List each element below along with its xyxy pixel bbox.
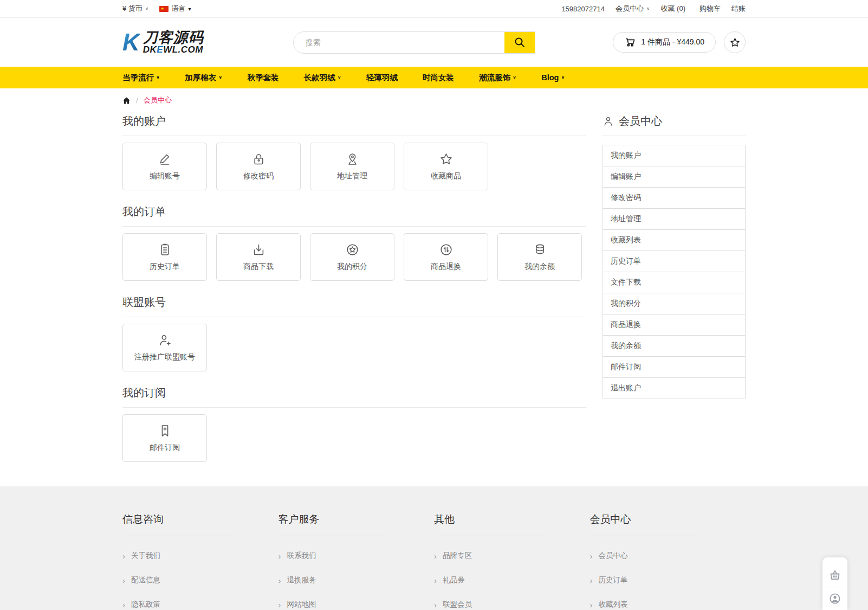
logo-mark-icon: K bbox=[122, 30, 140, 54]
member-center-link[interactable]: 会员中心 ∨ bbox=[616, 4, 650, 14]
card-my-balance[interactable]: 我的余额 bbox=[497, 233, 582, 281]
search-button[interactable] bbox=[504, 32, 535, 53]
card-product-downloads[interactable]: 商品下载 bbox=[216, 233, 301, 281]
search-input[interactable] bbox=[294, 32, 504, 53]
chevron-down-icon: ∨ bbox=[218, 75, 222, 80]
footer-col-title: 会员中心 bbox=[590, 512, 746, 526]
card-register-affiliate[interactable]: 注册推广联盟账号 bbox=[122, 324, 207, 371]
footer-link-delivery-info[interactable]: ›配送信息 bbox=[122, 575, 278, 585]
card-my-points[interactable]: 我的积分 bbox=[310, 233, 394, 281]
nav-item-long-down[interactable]: 长款羽绒∨ bbox=[304, 73, 341, 83]
nav-item-blog[interactable]: Blog∨ bbox=[541, 73, 565, 82]
pencil-icon bbox=[158, 152, 172, 166]
card-address-management[interactable]: 地址管理 bbox=[310, 143, 394, 190]
nav-item-womens-fashion[interactable]: 时尚女装 bbox=[423, 73, 454, 83]
footer-link-contact-us[interactable]: ›联系我们 bbox=[278, 551, 435, 561]
footer-link-gift-vouchers[interactable]: ›礼品券 bbox=[434, 575, 590, 585]
sidebar-item-my-balance[interactable]: 我的余额 bbox=[603, 336, 745, 357]
award-icon bbox=[345, 242, 360, 257]
divider bbox=[278, 536, 390, 536]
search-icon bbox=[513, 36, 526, 49]
sidebar-item-file-downloads[interactable]: 文件下载 bbox=[603, 272, 745, 293]
chevron-down-icon: ∨ bbox=[156, 75, 160, 80]
nav-item-light-down[interactable]: 轻薄羽绒 bbox=[366, 73, 398, 83]
chevron-right-icon: › bbox=[590, 552, 593, 560]
search-bar bbox=[293, 31, 535, 54]
footer-col-title: 客户服务 bbox=[278, 512, 435, 526]
footer-link-affiliate-members[interactable]: ›联盟会员 bbox=[434, 600, 590, 609]
sidebar-item-wishlist[interactable]: 收藏列表 bbox=[603, 230, 745, 251]
section-title-subscriptions: 我的订阅 bbox=[122, 386, 586, 408]
map-pin-icon bbox=[345, 152, 360, 166]
chevron-right-icon: › bbox=[434, 576, 437, 585]
card-product-returns[interactable]: 商品退换 bbox=[404, 233, 488, 281]
footer-link-about-us[interactable]: ›关于我们 bbox=[122, 551, 278, 561]
divider bbox=[122, 536, 234, 536]
sidebar-item-product-returns[interactable]: 商品退换 bbox=[603, 314, 745, 336]
chevron-right-icon: › bbox=[590, 576, 593, 585]
cart-link[interactable]: 购物车 bbox=[699, 4, 721, 14]
checkout-link[interactable]: 结账 bbox=[731, 4, 746, 14]
star-icon bbox=[439, 152, 454, 166]
card-order-history[interactable]: 历史订单 bbox=[122, 233, 207, 281]
sidebar-item-change-password[interactable]: 修改密码 bbox=[603, 188, 745, 209]
cart-summary-button[interactable]: 1 件商品 - ¥449.00 bbox=[613, 32, 716, 53]
nav-item-padded-coats[interactable]: 加厚棉衣∨ bbox=[185, 73, 222, 83]
wishlist-button[interactable] bbox=[724, 31, 746, 53]
member-sidebar: 会员中心 我的账户 编辑账户 修改密码 地址管理 收藏列表 历史订单 文件下载 … bbox=[603, 111, 746, 462]
sidebar-item-my-points[interactable]: 我的积分 bbox=[603, 293, 745, 314]
section-title-my-account: 我的账户 bbox=[122, 114, 586, 136]
nav-item-seasonal[interactable]: 当季流行∨ bbox=[122, 73, 160, 83]
footer-link-sitemap[interactable]: ›网站地图 bbox=[278, 600, 435, 609]
footer-col-information: 信息咨询 ›关于我们 ›配送信息 ›隐私政策 ›使用条款 bbox=[122, 512, 278, 610]
account-main: 我的账户 编辑账号 修改密码 bbox=[122, 111, 586, 462]
footer-col-title: 其他 bbox=[434, 512, 590, 526]
nav-item-trendy-apparel[interactable]: 潮流服饰∨ bbox=[479, 73, 516, 83]
phone-number: 15982072714 bbox=[561, 5, 605, 13]
footer-link-brand-zone[interactable]: ›品牌专区 bbox=[434, 551, 590, 561]
cart-icon bbox=[624, 36, 636, 48]
footer-col-title: 信息咨询 bbox=[122, 512, 278, 526]
footer-col-member-center: 会员中心 ›会员中心 ›历史订单 ›收藏列表 ›订阅咨询 bbox=[590, 512, 746, 610]
footer-link-order-history[interactable]: ›历史订单 bbox=[590, 575, 746, 585]
chevron-right-icon: › bbox=[122, 576, 125, 585]
favorites-link[interactable]: 收藏 (0) bbox=[661, 4, 686, 14]
chevron-right-icon: › bbox=[122, 552, 125, 560]
user-plus-icon bbox=[158, 333, 172, 348]
card-change-password[interactable]: 修改密码 bbox=[216, 143, 301, 190]
footer-link-returns-service[interactable]: ›退换服务 bbox=[278, 575, 435, 585]
nav-item-autumn-sets[interactable]: 秋季套装 bbox=[248, 73, 279, 83]
section-title-affiliate: 联盟账号 bbox=[122, 295, 586, 317]
breadcrumb-current[interactable]: 会员中心 bbox=[144, 95, 172, 105]
home-link[interactable] bbox=[122, 97, 131, 105]
chevron-down-icon: ∨ bbox=[513, 75, 516, 80]
sidebar-item-edit-account[interactable]: 编辑账户 bbox=[603, 166, 745, 188]
download-icon bbox=[251, 242, 266, 257]
floating-account-button[interactable] bbox=[822, 587, 847, 610]
chevron-down-icon: ∨ bbox=[561, 75, 565, 80]
floating-basket-button[interactable] bbox=[822, 564, 847, 587]
basket-icon bbox=[828, 569, 841, 582]
footer-link-privacy-policy[interactable]: ›隐私政策 bbox=[122, 600, 278, 609]
card-favorite-products[interactable]: 收藏商品 bbox=[404, 143, 488, 190]
card-edit-account[interactable]: 编辑账号 bbox=[122, 143, 207, 190]
sidebar-item-address-management[interactable]: 地址管理 bbox=[603, 209, 745, 230]
bookmark-plus-icon bbox=[158, 423, 172, 438]
site-logo[interactable]: K 刀客源码 DKEWL.COM bbox=[122, 30, 204, 55]
footer-link-member-center[interactable]: ›会员中心 bbox=[590, 551, 746, 561]
currency-selector[interactable]: ¥ 货币 ∨ bbox=[122, 4, 148, 14]
lock-icon bbox=[251, 152, 266, 166]
card-email-subscription[interactable]: 邮件订阅 bbox=[122, 414, 207, 462]
star-icon bbox=[729, 37, 741, 48]
sidebar-item-my-account[interactable]: 我的账户 bbox=[603, 145, 745, 166]
sidebar-item-logout[interactable]: 退出账户 bbox=[603, 378, 745, 399]
user-icon bbox=[603, 115, 614, 127]
language-selector[interactable]: ★ 语言 ▾ bbox=[159, 4, 191, 14]
footer-link-wishlist[interactable]: ›收藏列表 bbox=[590, 600, 746, 609]
home-icon bbox=[122, 97, 131, 105]
sidebar-item-order-history[interactable]: 历史订单 bbox=[603, 251, 745, 272]
site-footer: 信息咨询 ›关于我们 ›配送信息 ›隐私政策 ›使用条款 客户服务 ›联系我们 … bbox=[0, 486, 868, 610]
chevron-right-icon: › bbox=[278, 601, 281, 609]
sidebar-item-email-subscription[interactable]: 邮件订阅 bbox=[603, 357, 745, 378]
sidebar-header: 会员中心 bbox=[603, 111, 746, 136]
